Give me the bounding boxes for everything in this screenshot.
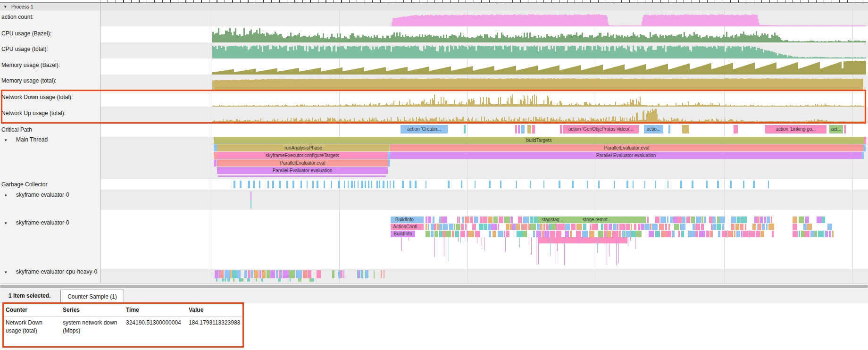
trace-slice[interactable] [281,270,282,278]
trace-slice[interactable] [543,224,545,230]
trace-slice[interactable] [772,231,774,237]
counter-chart-mem_bazel[interactable] [100,58,868,75]
trace-slice[interactable] [682,125,689,133]
col-header-counter[interactable]: Counter [6,307,27,313]
trace-slice[interactable] [709,217,712,223]
trace-slice[interactable] [365,270,366,278]
trace-slice[interactable] [515,125,517,133]
trace-slice[interactable] [764,217,766,223]
gc-slice[interactable] [368,181,369,188]
trace-slice[interactable] [366,270,368,278]
trace-slice[interactable] [247,278,250,282]
trace-slice[interactable] [222,278,224,282]
track-label-0[interactable]: action count: [0,13,100,21]
trace-slice[interactable] [504,231,505,237]
trace-slice[interactable] [827,224,832,230]
trace-slice[interactable] [523,224,527,230]
gc-slice[interactable] [390,181,391,188]
trace-slice[interactable] [667,231,671,237]
trace-slice[interactable] [727,231,733,237]
trace-slice[interactable] [256,278,257,282]
trace-slice[interactable] [506,231,509,237]
trace-slice[interactable]: ParallelEvaluator.eval [390,144,863,151]
trace-slice[interactable] [431,231,434,237]
trace-slice[interactable] [741,217,747,223]
gc-slice[interactable] [753,181,755,188]
track-label-7[interactable]: Critical Path [0,126,100,133]
scrollbar-thumb[interactable] [0,285,868,288]
trace-slice[interactable] [801,231,805,237]
trace-slice[interactable] [290,278,291,282]
trace-slice[interactable] [283,270,288,278]
trace-slice[interactable] [717,224,721,230]
trace-slice[interactable] [338,270,341,278]
trace-slice[interactable]: action 'Linking go... [765,125,826,133]
trace-slice[interactable] [308,270,311,278]
trace-slice[interactable]: BuildInfo ... [391,217,424,223]
trace-slice[interactable] [604,231,607,237]
trace-slice[interactable] [267,270,270,278]
trace-slice[interactable] [706,231,709,237]
trace-slice[interactable] [752,224,756,230]
gc-slice[interactable] [489,181,491,188]
trace-slice[interactable] [480,217,483,223]
trace-slice[interactable] [381,270,382,278]
counter-chart-mem_total[interactable] [100,75,868,91]
track-label-11[interactable]: ▾skyframe-evaluator-0 [0,219,100,226]
trace-slice[interactable] [701,224,704,230]
trace-slice[interactable] [565,231,569,237]
trace-slice[interactable] [661,231,666,237]
trace-slice[interactable] [303,270,308,278]
trace-slice[interactable] [745,224,746,230]
trace-slice[interactable] [670,217,673,223]
gc-slice[interactable] [354,181,355,188]
trace-slice[interactable] [619,231,621,237]
trace-slice[interactable]: action 'GenObjcProtos video/... [563,125,639,133]
trace-slice[interactable] [443,217,447,223]
gc-slice[interactable] [267,181,269,188]
track-label-2[interactable]: CPU usage (total): [0,45,100,53]
gc-slice[interactable] [614,181,615,188]
gc-slice[interactable] [530,181,531,188]
trace-slice[interactable] [449,224,453,230]
trace-slice[interactable] [767,217,770,223]
trace-slice[interactable] [488,224,491,230]
trace-slice[interactable] [462,217,464,223]
trace-slice[interactable] [668,125,670,133]
trace-slice[interactable] [731,224,734,230]
trace-slice[interactable] [635,231,638,237]
gc-slice[interactable] [234,181,235,188]
gc-slice[interactable] [292,181,294,188]
trace-slice[interactable] [817,217,822,223]
trace-slice[interactable] [493,217,498,223]
trace-slice[interactable] [691,217,695,223]
trace-slice[interactable] [254,270,259,278]
gc-slice[interactable] [717,181,719,188]
trace-slice[interactable] [803,224,807,230]
trace-slice[interactable] [650,224,651,230]
trace-slice[interactable] [298,278,301,282]
trace-slice[interactable] [652,224,658,230]
trace-slice[interactable] [571,224,575,230]
trace-slice[interactable] [518,217,522,223]
gc-slice[interactable] [692,181,693,188]
trace-slice[interactable] [758,224,761,230]
gc-slice[interactable] [706,181,708,188]
trace-slice[interactable] [829,231,831,237]
trace-slice[interactable] [631,224,632,230]
trace-slice[interactable] [766,224,768,230]
trace-slice[interactable] [639,231,642,237]
gc-slice[interactable] [387,181,388,188]
gc-slice[interactable] [543,181,544,188]
trace-slice[interactable] [734,231,735,237]
trace-slice[interactable] [437,224,439,230]
trace-slice[interactable] [512,224,515,230]
trace-slice[interactable] [464,125,466,133]
gc-slice[interactable] [376,181,378,188]
trace-slice[interactable] [793,217,797,223]
trace-slice[interactable]: ActionConti... [391,224,424,230]
trace-slice[interactable] [225,278,226,282]
track-label-1[interactable]: CPU usage (Bazel): [0,30,100,37]
trace-slice[interactable] [220,270,224,278]
trace-slice[interactable] [799,231,800,237]
